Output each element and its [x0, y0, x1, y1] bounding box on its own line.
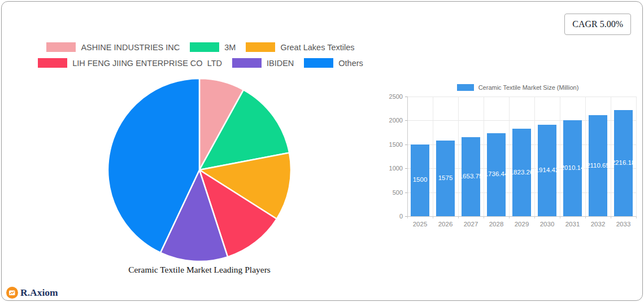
y-axis-label: 2500 [380, 93, 403, 100]
legend-swatch [46, 42, 76, 52]
bar-legend-swatch [457, 84, 474, 91]
legend-label: ASHINE INDUSTRIES INC [81, 43, 180, 52]
bar-legend-label: Ceramic Textile Market Size (Million) [478, 84, 579, 91]
gridline-vertical [458, 97, 459, 216]
x-axis-tick [636, 216, 637, 218]
bar-value-label: 1653.75 [459, 173, 483, 180]
report-card: CAGR 5.00% ASHINE INDUSTRIES INC3MGreat … [1, 1, 643, 301]
gridline-vertical [585, 97, 586, 216]
brand-name: R.Axiom [20, 287, 58, 299]
gridline-vertical [560, 97, 560, 216]
gridline-vertical [509, 97, 510, 216]
legend-item-ashine-industries-inc[interactable]: ASHINE INDUSTRIES INC [46, 42, 180, 52]
x-axis-label: 2032 [585, 221, 611, 227]
chart-logo-icon [6, 287, 18, 299]
x-axis-label: 2033 [611, 221, 636, 227]
x-axis-label: 2027 [458, 221, 484, 227]
legend-swatch [38, 58, 67, 68]
cagr-badge: CAGR 5.00% [564, 14, 631, 35]
gridline-vertical [433, 97, 433, 216]
y-axis-label: 0 [380, 213, 403, 220]
y-axis-line [407, 97, 408, 216]
y-axis-label: 500 [380, 189, 403, 196]
x-axis-label: 2026 [433, 221, 458, 227]
bar-value-label: 1823.26 [510, 169, 534, 176]
x-axis-label: 2029 [509, 221, 534, 227]
legend-swatch [232, 58, 262, 68]
legend-label: 3M [224, 43, 236, 52]
gridline-vertical [611, 97, 611, 216]
legend-label: Great Lakes Textiles [280, 43, 354, 52]
bar-value-label: 2216.18 [612, 159, 636, 166]
legend-swatch [304, 58, 333, 68]
bar-value-label: 2110.65 [586, 162, 610, 169]
legend-item-great-lakes-textiles[interactable]: Great Lakes Textiles [246, 42, 354, 52]
legend-item-lih-feng-jiing-enterprise-co-ltd[interactable]: LIH FENG JIING ENTERPRISE CO LTD [38, 58, 222, 68]
dashboard-canvas: CAGR 5.00% ASHINE INDUSTRIES INC3MGreat … [0, 0, 644, 302]
gridline-horizontal [407, 97, 636, 97]
brand-logo: R.Axiom [6, 287, 58, 299]
y-axis-label: 1500 [380, 141, 403, 148]
legend-item-ibiden[interactable]: IBIDEN [232, 58, 294, 68]
pie-chart [106, 77, 293, 263]
bar-value-label: 1914.42 [536, 167, 559, 173]
gridline-vertical [534, 97, 535, 216]
bar-value-label: 1500 [413, 176, 428, 183]
bar-value-label: 1736.44 [485, 170, 508, 177]
x-axis-label: 2025 [407, 221, 433, 227]
legend-swatch [246, 42, 275, 52]
legend-item-others[interactable]: Others [304, 58, 363, 68]
legend-label: IBIDEN [267, 59, 294, 68]
x-axis-line [407, 216, 636, 217]
pie-chart-title: Ceramic Textile Market Leading Players [86, 265, 312, 275]
bar-chart: Ceramic Textile Market Size (Million) 05… [391, 84, 644, 236]
x-axis-label: 2031 [560, 221, 585, 227]
gridline-vertical [636, 97, 637, 216]
legend-label: LIH FENG JIING ENTERPRISE CO LTD [72, 59, 222, 68]
bar-plot-area: 0500100015002000250015002025157520261653… [407, 97, 636, 216]
pie-legend: ASHINE INDUSTRIES INC3MGreat Lakes Texti… [18, 42, 384, 68]
y-axis-label: 2000 [380, 117, 403, 124]
bar-value-label: 1575 [438, 174, 453, 181]
gridline-vertical [484, 97, 484, 216]
y-axis-label: 1000 [380, 165, 403, 172]
x-axis-label: 2030 [534, 221, 560, 227]
bar-legend[interactable]: Ceramic Textile Market Size (Million) [391, 84, 644, 91]
legend-label: Others [338, 59, 363, 68]
x-axis-label: 2028 [484, 221, 509, 227]
legend-item-3m[interactable]: 3M [190, 42, 236, 52]
legend-swatch [190, 42, 219, 52]
bar-value-label: 2010.14 [561, 164, 585, 171]
